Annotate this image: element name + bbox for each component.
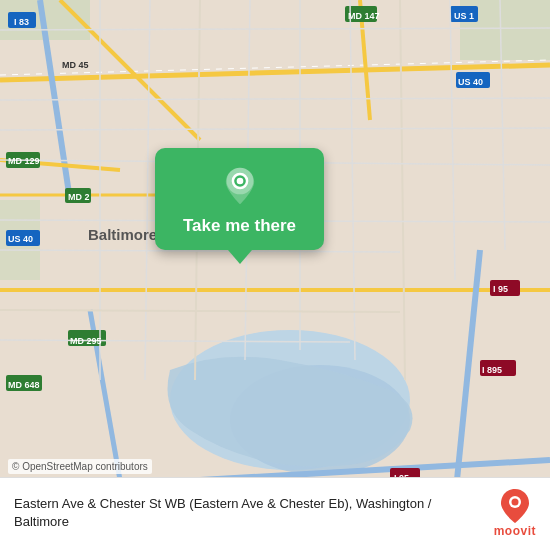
svg-text:MD 295: MD 295 xyxy=(70,336,102,346)
svg-text:US 40: US 40 xyxy=(458,77,483,87)
svg-point-69 xyxy=(511,499,518,506)
svg-point-67 xyxy=(236,178,243,185)
svg-text:I 95: I 95 xyxy=(493,284,508,294)
map-container: Baltimore I 83 MD 147 US 1 MD 45 MD 129 … xyxy=(0,0,550,550)
svg-text:MD 147: MD 147 xyxy=(348,11,380,21)
svg-text:MD 45: MD 45 xyxy=(62,60,89,70)
location-pin-icon xyxy=(220,166,260,206)
popup-arrow xyxy=(228,250,252,264)
baltimore-label: Baltimore xyxy=(88,226,157,243)
moovit-pin-icon xyxy=(499,488,531,524)
svg-text:US 1: US 1 xyxy=(454,11,474,21)
info-bar: Eastern Ave & Chester St WB (Eastern Ave… xyxy=(0,477,550,550)
map-attribution: © OpenStreetMap contributors xyxy=(8,459,152,474)
moovit-logo: moovit xyxy=(494,488,536,538)
svg-text:MD 129: MD 129 xyxy=(8,156,40,166)
svg-text:MD 648: MD 648 xyxy=(8,380,40,390)
popup-box[interactable]: Take me there xyxy=(155,148,324,250)
take-me-there-popup[interactable]: Take me there xyxy=(155,148,324,264)
svg-text:I 895: I 895 xyxy=(482,365,502,375)
moovit-brand-text: moovit xyxy=(494,524,536,538)
svg-text:I 83: I 83 xyxy=(14,17,29,27)
svg-text:MD 2: MD 2 xyxy=(68,192,90,202)
location-info-text: Eastern Ave & Chester St WB (Eastern Ave… xyxy=(14,495,482,531)
take-me-there-label: Take me there xyxy=(183,216,296,236)
svg-text:US 40: US 40 xyxy=(8,234,33,244)
